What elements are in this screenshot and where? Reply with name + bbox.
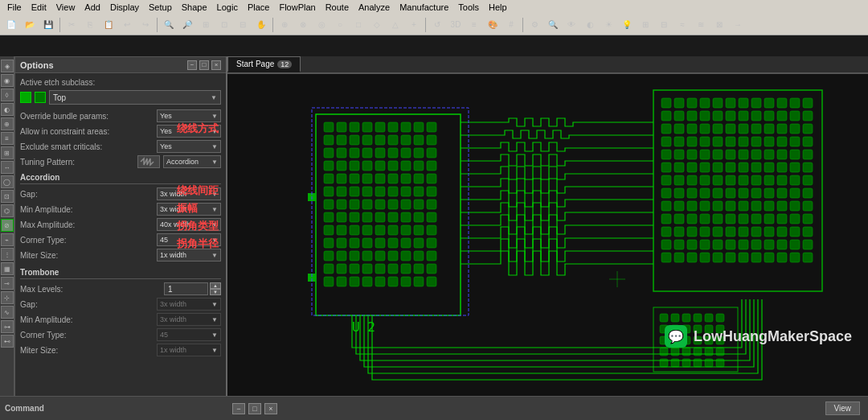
sidebar-icon-15[interactable]: ⊸ [1, 277, 14, 290]
tb-extra5[interactable]: ⊠ [710, 16, 728, 34]
override-bundle-select[interactable]: Yes ▼ [157, 109, 221, 122]
tb-btn4[interactable]: ○ [331, 16, 349, 34]
tab-start-page[interactable]: Start Page 12 [227, 56, 301, 72]
status-minimize-btn[interactable]: − [232, 403, 245, 414]
menu-analyze[interactable]: Analyze [354, 2, 394, 13]
svg-rect-111 [337, 277, 346, 286]
tuning-mode-select[interactable]: Accordion ▼ [163, 155, 221, 168]
tb-vis1[interactable]: 👁 [563, 16, 580, 34]
menu-place[interactable]: Place [244, 2, 274, 13]
svg-rect-280 [660, 314, 668, 322]
svg-rect-96 [375, 251, 385, 261]
sidebar-icon-route[interactable]: ⊘ [1, 219, 14, 232]
menu-edit[interactable]: Edit [27, 2, 51, 13]
tb-refresh[interactable]: ↺ [428, 16, 446, 34]
close-btn[interactable]: × [211, 60, 221, 70]
sidebar-icon-12[interactable]: ⌁ [1, 233, 14, 246]
tb-zoom-out[interactable]: 🔎 [178, 16, 196, 34]
tb-btn6[interactable]: ◇ [368, 16, 386, 34]
sidebar-icon-4[interactable]: ◐ [1, 103, 14, 116]
exclude-smart-select[interactable]: Yes ▼ [157, 140, 221, 153]
tb-zoom-fit[interactable]: ⊞ [197, 16, 215, 34]
tb-cut[interactable]: ✂ [63, 16, 80, 34]
sidebar-icon-5[interactable]: ⊕ [1, 117, 14, 130]
tb-open[interactable]: 📂 [21, 16, 39, 34]
sidebar-icon-8[interactable]: ↔ [1, 161, 14, 174]
svg-rect-158 [803, 124, 813, 134]
tb-paste[interactable]: 📋 [100, 16, 117, 34]
menu-setup[interactable]: Setup [145, 2, 176, 13]
spinner-down[interactable]: ▼ [210, 289, 221, 295]
tb-btn7[interactable]: △ [387, 16, 404, 34]
tb-btn1[interactable]: ⊕ [276, 16, 293, 34]
tb-zoom-window[interactable]: ⊡ [215, 16, 233, 34]
sidebar-icon-18[interactable]: ⊶ [1, 320, 14, 333]
sidebar-icon-16[interactable]: ⊹ [1, 291, 14, 304]
tb-prop[interactable]: ⚙ [526, 16, 543, 34]
menu-file[interactable]: File [3, 2, 26, 13]
tb-sun[interactable]: ☀ [600, 16, 617, 34]
svg-rect-151 [713, 124, 723, 134]
tb-btn8[interactable]: + [405, 16, 423, 34]
tb-zoom-in[interactable]: 🔍 [160, 16, 178, 34]
menu-view[interactable]: View [52, 2, 80, 13]
tb-new[interactable]: 📄 [2, 16, 20, 34]
tb-extra3[interactable]: ≈ [674, 16, 691, 34]
tb-arrow[interactable]: → [729, 16, 747, 34]
tb-grid[interactable]: # [502, 16, 520, 34]
svg-rect-84 [337, 238, 346, 248]
tb-find[interactable]: 🔍 [544, 16, 562, 34]
svg-rect-136 [674, 111, 684, 121]
tb-copy[interactable]: ⎘ [81, 16, 99, 34]
tb-btn2[interactable]: ⊗ [294, 16, 312, 34]
menu-shape[interactable]: Shape [178, 2, 211, 13]
menu-route[interactable]: Route [321, 2, 353, 13]
menu-add[interactable]: Add [80, 2, 104, 13]
spinner-up[interactable]: ▲ [210, 282, 221, 289]
tb-extra1[interactable]: ⊞ [637, 16, 654, 34]
tb-extra4[interactable]: ≋ [692, 16, 710, 34]
tb-pan[interactable]: ✋ [252, 16, 270, 34]
tb-undo[interactable]: ↩ [118, 16, 136, 34]
tb-extra2[interactable]: ⊟ [655, 16, 673, 34]
sidebar-icon-3[interactable]: ◊ [1, 89, 14, 101]
svg-rect-232 [674, 214, 684, 224]
tb-colors[interactable]: 🎨 [484, 16, 502, 34]
sidebar-icon-17[interactable]: ∿ [1, 306, 14, 319]
status-close-btn[interactable]: × [264, 403, 277, 414]
tb-layers[interactable]: ≡ [465, 16, 483, 34]
menu-logic[interactable]: Logic [213, 2, 242, 13]
status-float-btn[interactable]: □ [248, 403, 261, 414]
menu-display[interactable]: Display [106, 2, 143, 13]
menu-tools[interactable]: Tools [454, 2, 483, 13]
sidebar-icon-9[interactable]: ◯ [1, 175, 14, 188]
float-btn[interactable]: □ [199, 60, 209, 70]
sidebar-icon-2[interactable]: ◉ [1, 74, 14, 87]
menu-flowplan[interactable]: FlowPlan [275, 2, 319, 13]
tb-vis2[interactable]: ◐ [581, 16, 599, 34]
sidebar-icon-13[interactable]: ⋮ [1, 248, 14, 261]
exclude-smart-value: Yes [160, 142, 172, 150]
view-button[interactable]: View [825, 401, 861, 415]
minimize-btn[interactable]: − [187, 60, 197, 70]
sidebar-icon-1[interactable]: ◈ [1, 60, 14, 72]
tb-light[interactable]: 💡 [618, 16, 636, 34]
menu-help[interactable]: Help [485, 2, 511, 13]
tb-zoom-area[interactable]: ⊟ [234, 16, 252, 34]
tb-redo[interactable]: ↪ [137, 16, 154, 34]
menu-manufacture[interactable]: Manufacture [395, 2, 452, 13]
sidebar-icon-19[interactable]: ⊷ [1, 335, 14, 348]
sidebar-icon-6[interactable]: ≡ [1, 132, 14, 145]
pcb-canvas[interactable]: U 2 [227, 74, 868, 396]
top-layer-dropdown[interactable]: Top ▼ [49, 90, 221, 105]
sidebar-icon-10[interactable]: ⊡ [1, 190, 14, 203]
sidebar-icon-7[interactable]: ⊞ [1, 146, 14, 159]
options-panel: Options − □ × Active etch subclass: Top … [14, 56, 227, 402]
sidebar-icon-11[interactable]: ⌬ [1, 204, 14, 217]
tb-btn5[interactable]: □ [350, 16, 367, 34]
tb-3d[interactable]: 3D [447, 16, 465, 34]
tb-btn3[interactable]: ◎ [313, 16, 330, 34]
tb-save[interactable]: 💾 [39, 16, 57, 34]
max-levels-input[interactable]: 1 [164, 282, 208, 295]
sidebar-icon-14[interactable]: ▦ [1, 262, 14, 275]
